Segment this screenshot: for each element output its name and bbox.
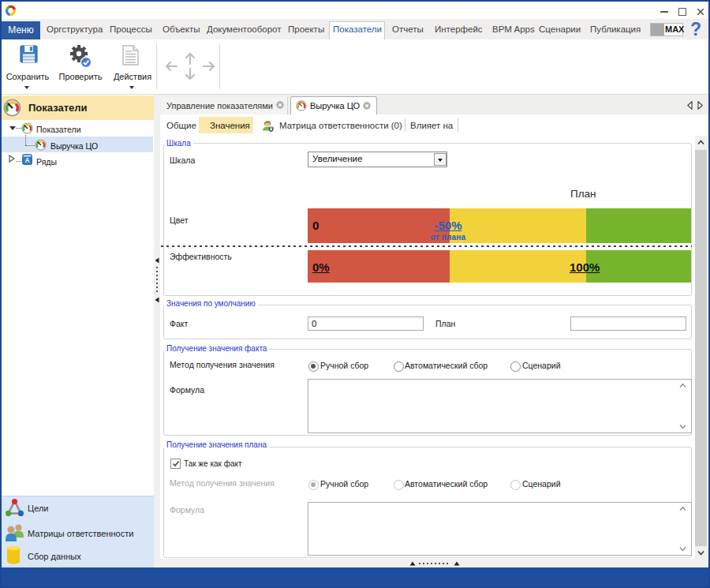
svg-text:A: A bbox=[24, 156, 29, 164]
